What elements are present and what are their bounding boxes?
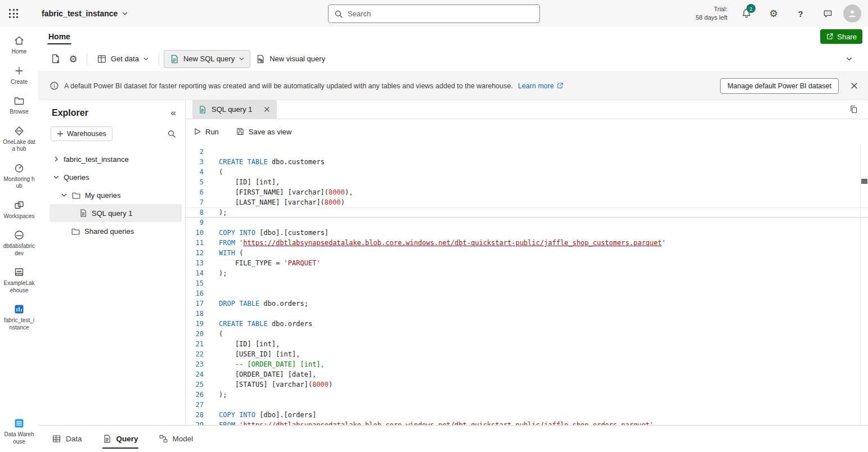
settings-button[interactable]: ⚙ [760, 0, 787, 27]
line-content: CREATE TABLE dbo.customers [219, 157, 325, 167]
tree-label: SQL query 1 [92, 209, 133, 218]
scrollbar-thumb[interactable] [861, 179, 867, 184]
share-button[interactable]: Share [820, 29, 862, 44]
code-line[interactable]: 15 [186, 278, 868, 288]
ribbon-collapse-button[interactable] [840, 50, 858, 68]
code-line[interactable]: 4( [186, 167, 868, 177]
code-line[interactable]: 9 [186, 218, 868, 228]
code-line[interactable]: 20( [186, 329, 868, 339]
nav-browse[interactable]: Browse [1, 93, 37, 118]
view-tab-query[interactable]: Query [102, 434, 138, 444]
code-line[interactable]: 16 [186, 288, 868, 299]
code-line[interactable]: 24 [ORDER_DATE] [date], [186, 369, 868, 379]
search-input[interactable] [348, 10, 534, 18]
nav-create[interactable]: Create [1, 63, 37, 88]
workspace-switcher[interactable]: fabric_test_instance [42, 9, 128, 18]
code-line[interactable]: 18 [186, 309, 868, 319]
tree-label: Queries [64, 173, 89, 182]
avatar[interactable] [843, 4, 861, 22]
tree-item-warehouse[interactable]: fabric_test_instance [38, 150, 185, 168]
help-button[interactable]: ? [787, 0, 814, 27]
code-line[interactable]: 5 [ID] [int], [186, 177, 868, 187]
code-line[interactable]: 27 [186, 400, 868, 410]
explorer-panel: Explorer « Warehouses fabric_test_instan… [38, 100, 186, 425]
code-line[interactable]: 2 [186, 147, 868, 157]
add-warehouses-button[interactable]: Warehouses [51, 126, 113, 141]
code-line[interactable]: 29FROM 'https://dbtlabsynapsedatalake.bl… [186, 420, 868, 425]
code-line[interactable]: 28COPY INTO [dbo].[orders] [186, 410, 868, 420]
code-line[interactable]: 10COPY INTO [dbo].[customers] [186, 228, 868, 238]
code-line[interactable]: 21 [ID] [int], [186, 339, 868, 349]
query-settings-button[interactable]: ⚙ [64, 50, 82, 68]
nav-item-examplelakehouse[interactable]: ExampleLakehouse [1, 264, 37, 296]
code-line[interactable]: 11FROM 'https://dbtlabsynapsedatalake.bl… [186, 238, 868, 248]
search-box[interactable] [328, 4, 540, 23]
line-number: 7 [186, 197, 204, 207]
tab-home[interactable]: Home [47, 30, 71, 43]
code-line[interactable]: 12WITH ( [186, 248, 868, 258]
code-line[interactable]: 23 -- [ORDER_DATE] [int], [186, 359, 868, 369]
code-line[interactable]: 8); [186, 207, 868, 218]
tree-item-queries[interactable]: Queries [38, 168, 185, 186]
toolbar-divider [159, 53, 159, 65]
code-line[interactable]: 25 [STATUS] [varchar](8000) [186, 379, 868, 390]
code-line[interactable]: 14); [186, 268, 868, 278]
explorer-search-button[interactable] [165, 127, 178, 141]
notifications-button[interactable]: 2 [733, 0, 760, 27]
gear-icon: ⚙ [769, 8, 777, 19]
code-line[interactable]: 7 [LAST_NAME] [varchar](8000) [186, 197, 868, 207]
manage-dataset-button[interactable]: Manage default Power BI dataset [720, 78, 839, 94]
nav-data-warehouse[interactable]: Data Warehouse [1, 415, 37, 448]
tree-item-sql-query-1[interactable]: SQL query 1 [50, 204, 182, 222]
line-content: [USER_ID] [int], [219, 349, 300, 359]
chevron-right-icon [53, 156, 60, 162]
new-visual-query-button[interactable]: New visual query [250, 50, 330, 68]
line-number: 27 [186, 400, 204, 410]
run-button[interactable]: Run [194, 128, 219, 136]
editor-scrollbar[interactable] [860, 144, 868, 425]
banner-close-button[interactable] [847, 79, 861, 93]
topbar-actions: Trial: 58 days left 2 ⚙ ? [696, 0, 868, 27]
line-content: [ID] [int], [219, 177, 280, 187]
line-content: ); [219, 207, 227, 218]
code-line[interactable]: 6 [FIRST_NAME] [varchar](8000), [186, 187, 868, 197]
code-line[interactable]: 13 FILE_TYPE = 'PARQUET' [186, 258, 868, 268]
close-icon [264, 106, 270, 112]
collapse-panel-button[interactable]: « [168, 107, 179, 119]
nav-home[interactable]: Home [1, 33, 37, 58]
line-content: [LAST_NAME] [varchar](8000) [219, 197, 345, 207]
code-line[interactable]: 26); [186, 390, 868, 400]
code-line[interactable]: 17DROP TABLE dbo.orders; [186, 299, 868, 309]
tab-close-button[interactable] [263, 105, 271, 114]
save-as-view-button[interactable]: Save as view [236, 127, 292, 136]
nav-workspace-dbtlabsfabricdev[interactable]: dbtlabsfabricdev [1, 227, 37, 259]
new-sql-query-button[interactable]: New SQL query [164, 50, 250, 68]
new-item-button[interactable] [46, 50, 64, 68]
line-number: 6 [186, 187, 204, 197]
close-icon [851, 82, 858, 89]
tree-item-my-queries[interactable]: My queries [38, 186, 185, 204]
view-tab-data[interactable]: Data [52, 434, 82, 444]
line-number: 12 [186, 248, 204, 258]
tree-item-shared-queries[interactable]: Shared queries [38, 222, 185, 240]
nav-workspaces[interactable]: Workspaces [1, 197, 37, 223]
view-tab-model[interactable]: Model [159, 434, 194, 444]
line-number: 11 [186, 238, 204, 248]
onelake-icon [14, 125, 25, 137]
code-editor[interactable]: 23CREATE TABLE dbo.customers4(5 [ID] [in… [186, 144, 868, 425]
chevron-down-icon [239, 56, 245, 62]
line-content: ); [219, 390, 227, 400]
code-line[interactable]: 3CREATE TABLE dbo.customers [186, 157, 868, 167]
get-data-button[interactable]: Get data [92, 50, 154, 68]
duplicate-tab-button[interactable] [847, 103, 860, 116]
nav-onelake-data-hub[interactable]: OneLake data hub [1, 123, 37, 155]
app-launcher-button[interactable] [0, 0, 27, 27]
code-line[interactable]: 19CREATE TABLE dbo.orders [186, 319, 868, 329]
nav-monitoring-hub[interactable]: Monitoring hub [1, 160, 37, 192]
feedback-button[interactable] [814, 0, 841, 27]
tab-sql-query-1[interactable]: SQL query 1 [192, 100, 277, 119]
line-number: 8 [186, 207, 204, 218]
code-line[interactable]: 22 [USER_ID] [int], [186, 349, 868, 359]
learn-more-link[interactable]: Learn more [518, 82, 564, 90]
nav-item-fabric-test-instance[interactable]: fabric_test_instance [1, 301, 37, 333]
